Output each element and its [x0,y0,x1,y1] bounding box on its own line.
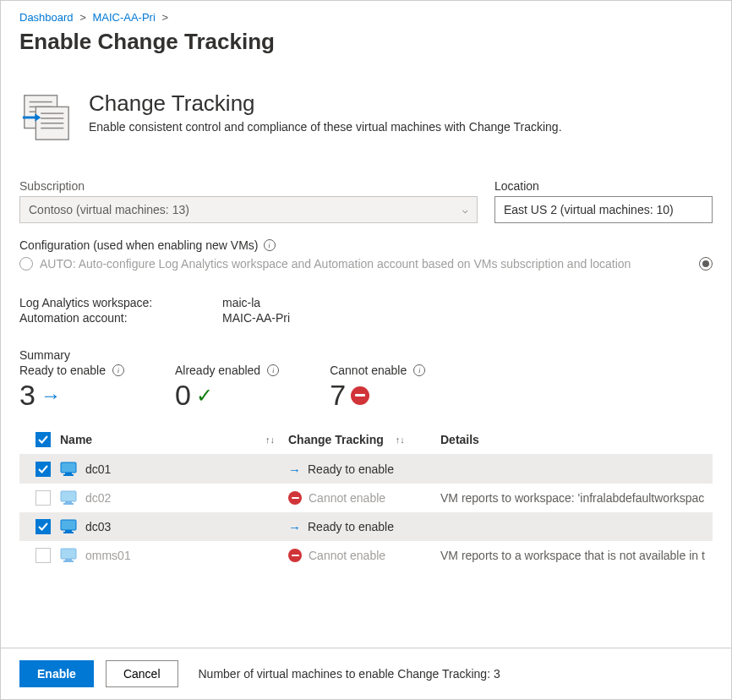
svg-rect-17 [63,532,74,533]
svg-rect-19 [65,559,72,561]
cancel-button[interactable]: Cancel [106,660,178,687]
automation-account-label: Automation account: [19,311,222,325]
sort-icon[interactable]: ↑↓ [396,435,405,445]
vm-status: Ready to enable [308,462,394,476]
table-row[interactable]: omms01 Cannot enable VM reports to a wor… [19,541,713,570]
location-label: Location [494,179,713,193]
page-title: Enable Change Tracking [19,29,713,55]
vm-name: omms01 [85,549,131,562]
vm-status: Cannot enable [309,491,385,505]
column-name-header[interactable]: Name [60,433,92,446]
radio-auto[interactable] [19,257,33,271]
info-icon[interactable]: i [267,364,279,376]
hero-section: Change Tracking Enable consistent contro… [19,90,713,145]
vm-status: Ready to enable [308,520,394,533]
summary-ready-label: Ready to enable [19,364,106,377]
vm-name: dc02 [85,491,111,505]
automation-account-value: MAIC-AA-Pri [222,311,290,325]
vm-icon [60,462,77,477]
row-checkbox [36,490,51,506]
subscription-label: Subscription [19,179,478,193]
breadcrumb-dashboard[interactable]: Dashboard [19,11,74,24]
summary-cannot-label: Cannot enable [330,364,407,377]
arrow-right-icon: → [288,462,301,477]
sort-icon[interactable]: ↑↓ [265,435,275,445]
enable-button[interactable]: Enable [19,660,94,687]
footer-status-text: Number of virtual machines to enable Cha… [199,667,500,681]
svg-rect-10 [65,473,72,474]
change-tracking-icon [19,90,72,145]
summary-already-count: 0 [175,379,191,412]
svg-rect-13 [65,501,72,503]
summary-already: Already enabled i 0 ✓ [175,364,279,412]
table-body: dc01 → Ready to enable dc02 Cannot enabl… [19,455,713,570]
check-icon: ✓ [196,384,213,407]
table-row[interactable]: dc01 → Ready to enable [19,455,713,484]
svg-rect-15 [61,520,76,530]
summary-ready-count: 3 [19,379,36,412]
svg-rect-9 [61,462,76,473]
error-icon [351,386,369,405]
info-icon[interactable]: i [413,364,425,376]
column-details-header[interactable]: Details [440,433,479,446]
location-select[interactable]: East US 2 (virtual machines: 10) [494,196,713,223]
svg-rect-18 [61,549,76,559]
chevron-right-icon: > [79,11,86,24]
configuration-label: Configuration (used when enabling new VM… [19,238,259,252]
summary-already-label: Already enabled [175,364,260,377]
table-row[interactable]: dc03 → Ready to enable [19,512,713,541]
hero-subtitle: Enable consistent control and compliance… [89,120,562,134]
chevron-down-icon: ⌵ [462,197,468,222]
vm-status: Cannot enable [309,549,385,562]
radio-custom[interactable] [699,257,713,271]
footer: Enable Cancel Number of virtual machines… [1,648,731,699]
column-status-header[interactable]: Change Tracking [288,433,384,446]
svg-rect-16 [65,530,72,532]
info-icon[interactable]: i [112,364,124,376]
arrow-right-icon: → [288,520,301,534]
vm-icon [60,548,77,563]
log-analytics-workspace-label: Log Analytics workspace: [19,296,222,309]
subscription-value: Contoso (virtual machines: 13) [29,197,189,222]
svg-rect-14 [63,503,74,505]
arrow-right-icon: → [41,384,61,407]
radio-auto-label: AUTO: Auto-configure Log Analytics works… [40,257,631,271]
svg-rect-20 [63,561,74,562]
subscription-select[interactable]: Contoso (virtual machines: 13) ⌵ [19,196,478,223]
row-checkbox [36,548,51,563]
error-icon [288,491,302,505]
error-icon [288,549,302,562]
vm-icon [60,519,77,534]
breadcrumb-resource[interactable]: MAIC-AA-Pri [92,11,155,24]
chevron-right-icon: > [161,11,168,24]
vm-name: dc03 [85,520,111,533]
log-analytics-workspace-value: maic-la [222,296,260,309]
table-header: Name ↑↓ Change Tracking ↑↓ Details [19,425,713,455]
breadcrumb: Dashboard > MAIC-AA-Pri > [19,11,713,24]
info-icon[interactable]: i [264,239,276,251]
row-checkbox[interactable] [36,462,51,477]
vm-name: dc01 [85,462,111,476]
location-value: East US 2 (virtual machines: 10) [504,197,674,222]
summary-cannot: Cannot enable i 7 [330,364,425,412]
summary-cannot-count: 7 [330,379,346,412]
summary-label: Summary [19,348,713,362]
select-all-checkbox[interactable] [36,432,51,447]
vm-details: VM reports to a workspace that is not av… [440,549,713,562]
hero-title: Change Tracking [89,90,562,117]
svg-rect-11 [63,474,74,476]
row-checkbox[interactable] [36,519,51,534]
svg-rect-12 [61,491,76,501]
vm-icon [60,490,77,506]
summary-ready: Ready to enable i 3 → [19,364,124,412]
vm-details: VM reports to workspace: 'infralabdefaul… [440,491,713,505]
table-row[interactable]: dc02 Cannot enable VM reports to workspa… [19,484,713,512]
